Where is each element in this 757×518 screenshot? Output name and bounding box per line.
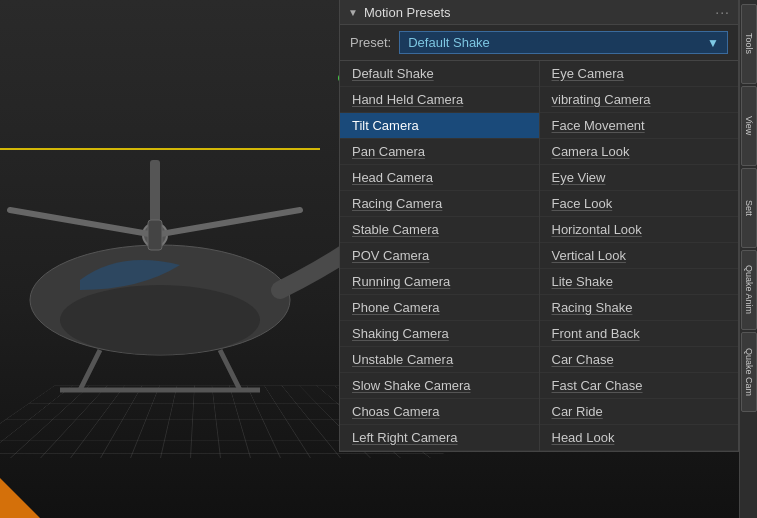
left-list-item[interactable]: Slow Shake Camera [340,373,539,399]
svg-line-3 [10,210,155,235]
preset-dropdown[interactable]: Default Shake ▼ [399,31,728,54]
right-list-item[interactable]: Racing Shake [540,295,739,321]
right-list-item[interactable]: Head Look [540,425,739,451]
left-list-item[interactable]: POV Camera [340,243,539,269]
right-list-item[interactable]: Face Look [540,191,739,217]
dropdown-arrow-icon: ▼ [707,36,719,50]
panel-title: Motion Presets [364,5,451,20]
motion-presets-panel: ▼ Motion Presets ··· Preset: Default Sha… [339,0,739,452]
svg-line-4 [155,210,300,235]
left-list-item[interactable]: Running Camera [340,269,539,295]
left-list-item[interactable]: Racing Camera [340,191,539,217]
left-list-item[interactable]: Pan Camera [340,139,539,165]
left-list-item[interactable]: Left Right Camera [340,425,539,451]
svg-rect-8 [148,220,162,250]
right-list-item[interactable]: Fast Car Chase [540,373,739,399]
preset-label: Preset: [350,35,391,50]
right-list-item[interactable]: Face Movement [540,113,739,139]
right-tab-quake-cam[interactable]: Quake Cam [741,332,757,412]
right-list-item[interactable]: Eye Camera [540,61,739,87]
preset-row: Preset: Default Shake ▼ [340,25,738,61]
corner-indicator [0,478,40,518]
right-list-item[interactable]: Vertical Look [540,243,739,269]
right-list-item[interactable]: Camera Look [540,139,739,165]
svg-point-6 [60,285,260,355]
left-list-item[interactable]: Head Camera [340,165,539,191]
left-list-item[interactable]: Shaking Camera [340,321,539,347]
left-list-item[interactable]: Default Shake [340,61,539,87]
right-tabs: ToolsViewSettQuake AnimQuake Cam [739,0,757,518]
right-list-item[interactable]: Lite Shake [540,269,739,295]
right-column: Eye Cameravibrating CameraFace MovementC… [540,61,739,451]
right-tab-quake-anim[interactable]: Quake Anim [741,250,757,330]
panel-header: ▼ Motion Presets ··· [340,0,738,25]
left-list-item[interactable]: Choas Camera [340,399,539,425]
right-list-item[interactable]: Horizontal Look [540,217,739,243]
right-tab-sett[interactable]: Sett [741,168,757,248]
right-list-item[interactable]: Car Chase [540,347,739,373]
right-list-item[interactable]: Front and Back [540,321,739,347]
helicopter-model [0,80,360,460]
right-list-item[interactable]: Eye View [540,165,739,191]
right-tab-tools[interactable]: Tools [741,4,757,84]
left-list-item[interactable]: Tilt Camera [340,113,539,139]
collapse-icon[interactable]: ▼ [348,7,358,18]
left-list-item[interactable]: Phone Camera [340,295,539,321]
right-list-item[interactable]: vibrating Camera [540,87,739,113]
right-tab-view[interactable]: View [741,86,757,166]
left-list-item[interactable]: Hand Held Camera [340,87,539,113]
preset-value: Default Shake [408,35,490,50]
left-list-item[interactable]: Unstable Camera [340,347,539,373]
left-list-item[interactable]: Stable Camera [340,217,539,243]
left-column: Default ShakeHand Held CameraTilt Camera… [340,61,540,451]
panel-menu-icon[interactable]: ··· [715,4,730,20]
right-list-item[interactable]: Car Ride [540,399,739,425]
presets-list: Default ShakeHand Held CameraTilt Camera… [340,61,738,451]
selection-line [0,148,320,150]
